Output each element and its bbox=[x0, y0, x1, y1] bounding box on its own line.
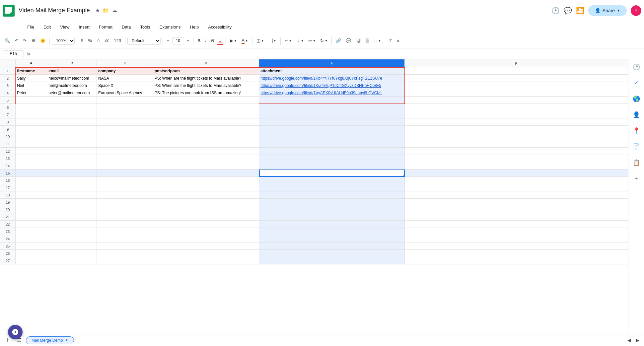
cell-F4[interactable] bbox=[405, 89, 628, 97]
col-header-F[interactable]: F bbox=[405, 59, 628, 67]
insert-comment-button[interactable]: 💬 bbox=[344, 37, 353, 44]
paint-format-button[interactable]: 🌞 bbox=[38, 37, 47, 44]
menu-accessibility[interactable]: Accessibility bbox=[204, 23, 236, 31]
cell-D5[interactable] bbox=[153, 97, 259, 104]
menu-insert[interactable]: Insert bbox=[75, 23, 94, 31]
scroll-right-button[interactable]: ▶ bbox=[634, 336, 641, 344]
link-button[interactable]: 🔗 bbox=[334, 37, 343, 44]
cell-C3[interactable]: Space X bbox=[97, 82, 153, 89]
filter-button[interactable]: ▒ bbox=[364, 37, 371, 44]
share-button[interactable]: 👤 Share ▼ bbox=[588, 5, 627, 16]
menu-file[interactable]: File bbox=[23, 23, 38, 31]
menu-edit[interactable]: Edit bbox=[39, 23, 55, 31]
cell-F5[interactable] bbox=[405, 97, 628, 104]
history-icon[interactable]: 🕑 bbox=[551, 7, 560, 15]
valign-button[interactable]: ⇓▼ bbox=[295, 37, 306, 44]
cloud-icon[interactable]: ☁ bbox=[112, 7, 117, 14]
cell-C5[interactable] bbox=[97, 97, 153, 104]
menu-view[interactable]: View bbox=[56, 23, 73, 31]
cell-F15[interactable] bbox=[405, 170, 628, 177]
cell-F2[interactable] bbox=[405, 75, 628, 82]
cell-B1[interactable]: email bbox=[47, 67, 97, 75]
cell-E3[interactable]: https://drive.google.com/file/d/1KjZ4yls… bbox=[259, 82, 405, 89]
strikethrough-button[interactable]: S bbox=[209, 37, 216, 44]
cell-B5[interactable] bbox=[47, 97, 97, 104]
cell-C2[interactable]: NASA bbox=[97, 75, 153, 82]
print-button[interactable]: 🖶 bbox=[29, 37, 37, 44]
cell-reference-input[interactable] bbox=[3, 50, 24, 57]
cell-D1[interactable]: postscriptum bbox=[153, 67, 259, 75]
undo-button[interactable]: ↶ bbox=[13, 37, 20, 44]
cell-B2[interactable]: hello@mailmeteor.com bbox=[47, 75, 97, 82]
side-check-icon[interactable]: ✓ bbox=[631, 78, 642, 88]
halign-button[interactable]: ⇤▼ bbox=[283, 37, 294, 44]
borders-button[interactable]: ◫▼ bbox=[254, 37, 266, 44]
cell-D2[interactable]: PS: When are the flight tickets to Mars … bbox=[153, 75, 259, 82]
zoom-select[interactable]: 100% bbox=[52, 37, 75, 45]
filter-views-button[interactable]: ⚋▼ bbox=[372, 37, 383, 44]
side-location-icon[interactable]: 📍 bbox=[631, 125, 642, 136]
cell-F1[interactable] bbox=[405, 67, 628, 75]
cell-E4[interactable]: https://drive.google.com/file/d/1VyAEX0v… bbox=[259, 89, 405, 97]
side-add-icon[interactable]: + bbox=[631, 173, 642, 184]
side-drive-icon[interactable]: 📄 bbox=[631, 141, 642, 152]
cell-B15[interactable] bbox=[47, 170, 97, 177]
col-header-C[interactable]: C bbox=[97, 59, 153, 67]
col-header-D[interactable]: D bbox=[153, 59, 259, 67]
side-tasks-icon[interactable]: 📋 bbox=[631, 157, 642, 168]
side-history-icon[interactable]: 🕑 bbox=[631, 62, 642, 72]
cell-C15[interactable] bbox=[97, 170, 153, 177]
wrap-button[interactable]: ↩▼ bbox=[306, 37, 318, 44]
fill-color-button[interactable]: ▶ ▼ bbox=[228, 37, 239, 44]
cell-F3[interactable] bbox=[405, 82, 628, 89]
currency-button[interactable]: $ bbox=[79, 37, 85, 44]
cell-A1[interactable]: firstname bbox=[15, 67, 47, 75]
merge-button[interactable]: ⎹▼ bbox=[267, 37, 278, 45]
cell-E2[interactable]: https://drive.google.com/file/d/1Kb4YtRY… bbox=[259, 75, 405, 82]
star-icon[interactable]: ★ bbox=[95, 7, 100, 14]
bold-button[interactable]: B bbox=[195, 37, 202, 44]
percent-button[interactable]: % bbox=[86, 37, 94, 44]
menu-help[interactable]: Help bbox=[186, 23, 203, 31]
formula-input[interactable] bbox=[33, 51, 641, 56]
cell-C1[interactable]: company bbox=[97, 67, 153, 75]
cell-A3[interactable]: Neil bbox=[15, 82, 47, 89]
menu-extensions[interactable]: Extensions bbox=[156, 23, 185, 31]
sum-button[interactable]: Σ bbox=[387, 37, 394, 44]
menu-format[interactable]: Format bbox=[95, 23, 116, 31]
rotation-button[interactable]: ↻▼ bbox=[318, 37, 329, 44]
insert-chart-button[interactable]: 📊 bbox=[354, 37, 363, 44]
sheet-tab-mail-merge-demo[interactable]: Mail Merge Demo ▼ bbox=[26, 336, 74, 344]
menu-tools[interactable]: Tools bbox=[136, 23, 154, 31]
cell-D4[interactable]: PS: The pictures you took from ISS are a… bbox=[153, 89, 259, 97]
cell-E1[interactable]: attachment bbox=[259, 67, 405, 75]
decimal-dec-button[interactable]: .0 bbox=[95, 37, 102, 44]
number-format-button[interactable]: 123 bbox=[112, 37, 123, 44]
cell-A15[interactable] bbox=[15, 170, 47, 177]
redo-button[interactable]: ↷ bbox=[21, 37, 29, 44]
cell-B4[interactable]: peter@mailmeteor.com bbox=[47, 89, 97, 97]
cell-E15-selected[interactable] bbox=[259, 170, 405, 177]
decimal-inc-button[interactable]: .00 bbox=[102, 37, 111, 44]
cell-A2[interactable]: Sally bbox=[15, 75, 47, 82]
col-header-A[interactable]: A bbox=[15, 59, 47, 67]
font-size-input[interactable] bbox=[172, 37, 184, 44]
cell-E5[interactable] bbox=[259, 97, 405, 104]
cell-D3[interactable]: PS: When are the flight tickets to Mars … bbox=[153, 82, 259, 89]
corner-fab-button[interactable] bbox=[8, 325, 23, 339]
cell-A5[interactable] bbox=[15, 97, 47, 104]
menu-data[interactable]: Data bbox=[118, 23, 135, 31]
search-button[interactable]: 🔍 bbox=[3, 37, 12, 44]
folder-icon[interactable]: 📁 bbox=[103, 7, 109, 14]
font-family-select[interactable]: Default... bbox=[127, 37, 161, 45]
meet-icon[interactable]: 🎦 bbox=[576, 7, 584, 15]
cell-C4[interactable]: European Space Agency bbox=[97, 89, 153, 97]
italic-button[interactable]: I bbox=[203, 37, 209, 44]
underline-button[interactable]: U bbox=[217, 36, 224, 45]
font-size-decrease-button[interactable]: − bbox=[165, 37, 172, 44]
side-contacts-icon[interactable]: 👤 bbox=[631, 109, 642, 120]
col-header-E[interactable]: E bbox=[259, 59, 405, 67]
text-color-button[interactable]: A ▼ bbox=[240, 36, 250, 45]
avatar[interactable]: P bbox=[631, 5, 641, 16]
expand-toolbar-button[interactable]: ∧ bbox=[394, 37, 402, 44]
